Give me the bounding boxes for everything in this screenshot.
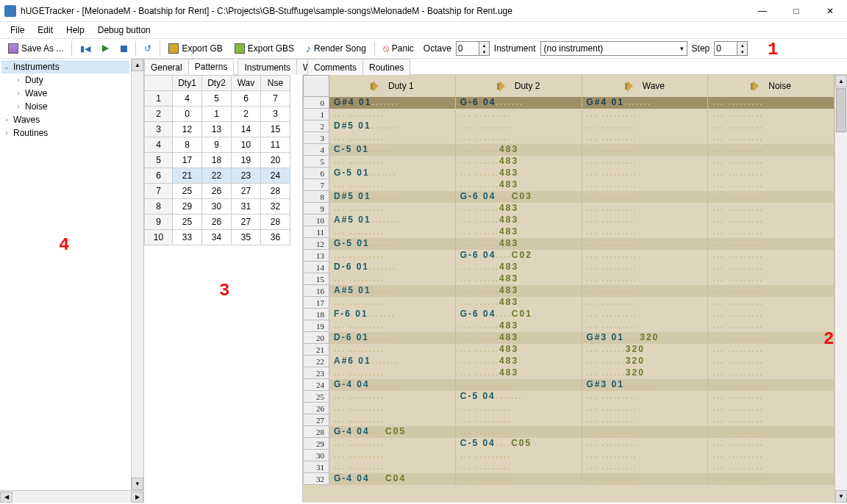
loop-button[interactable]: ↺ xyxy=(139,40,157,57)
order-cell[interactable]: 36 xyxy=(261,230,290,245)
tracker-cell[interactable]: D#5 01....... xyxy=(329,120,456,132)
tree-duty[interactable]: ›Duty xyxy=(1,73,129,87)
tracker-cell[interactable]: G-6 04....C03 xyxy=(456,191,582,203)
tracker-cell[interactable]: ... ......... xyxy=(329,403,456,414)
octave-down[interactable]: ▼ xyxy=(479,48,489,55)
tracker-cell[interactable]: ... ......... xyxy=(708,226,835,238)
tracker-cell[interactable]: ... ......... xyxy=(456,379,582,391)
order-cell[interactable]: 31 xyxy=(232,199,261,215)
order-cell[interactable]: 15 xyxy=(261,122,290,137)
tracker-cell[interactable]: ... ......483 xyxy=(456,156,582,168)
tracker-cell[interactable]: ... ......... xyxy=(582,403,709,414)
tracker-row[interactable]: 24G-4 04.......... .........G#3 01......… xyxy=(303,379,835,391)
order-cell[interactable]: 29 xyxy=(173,199,202,215)
tracker-row[interactable]: 4C-5 01.......... ......483... .........… xyxy=(303,144,835,156)
tracker-cell[interactable]: ... ......... xyxy=(582,461,709,473)
order-cell[interactable]: 28 xyxy=(261,215,290,230)
tracker-cell[interactable]: ... ......... xyxy=(456,461,582,473)
tracker-cell[interactable]: G#4 01....... xyxy=(582,97,709,109)
step-up[interactable]: ▲ xyxy=(737,42,747,48)
tracker-cell[interactable]: ... ......... xyxy=(582,226,709,238)
expand-icon[interactable]: › xyxy=(3,116,10,123)
tracker-row[interactable]: 8D#5 01.......G-6 04....C03... .........… xyxy=(303,191,835,203)
tracker-cell[interactable]: ... ......483 xyxy=(456,273,582,285)
tracker-cell[interactable]: ... ......483 xyxy=(456,203,582,215)
order-cell[interactable]: 13 xyxy=(202,122,232,137)
tracker-cell[interactable]: G-6 04....C01 xyxy=(456,309,582,320)
order-cell[interactable]: 23 xyxy=(232,168,261,184)
tracker-cell[interactable]: ... ......320 xyxy=(582,356,709,367)
maximize-button[interactable]: □ xyxy=(779,0,813,22)
tracker-row[interactable]: 26... ............ ............ ........… xyxy=(303,403,835,414)
tracker-row[interactable]: 6G-5 01.......... ......483... .........… xyxy=(303,168,835,179)
tracker-cell[interactable]: ... ......... xyxy=(582,156,709,168)
tracker-cell[interactable]: ... ......483 xyxy=(456,168,582,179)
order-cell[interactable]: 21 xyxy=(173,168,202,184)
order-cell[interactable]: 6 xyxy=(232,91,261,107)
order-cell[interactable]: 3 xyxy=(145,122,173,137)
tracker-cell[interactable]: G-4 04....C04 xyxy=(329,473,456,485)
tracker-row[interactable]: 10A#5 01.......... ......483... ........… xyxy=(303,215,835,226)
tracker-cell[interactable]: ... ......... xyxy=(582,250,709,262)
tracker-cell[interactable]: D-6 01....... xyxy=(329,262,456,273)
order-cell[interactable]: 17 xyxy=(173,153,202,168)
play-button[interactable] xyxy=(97,40,114,57)
tracker-cell[interactable]: ... ......... xyxy=(582,320,709,332)
tracker-cell[interactable]: C-5 01....... xyxy=(329,144,456,156)
instrument-combo[interactable]: (no instrument)▾ xyxy=(540,41,687,56)
tracker-cell[interactable]: ... ......483 xyxy=(456,332,582,344)
tracker-cell[interactable]: A#5 01....... xyxy=(329,215,456,226)
tracker-cell[interactable]: ... ......... xyxy=(329,391,456,403)
tracker-cell[interactable]: G-5 01....... xyxy=(329,168,456,179)
tracker-cell[interactable]: ... ......483 xyxy=(456,367,582,379)
tracker-cell[interactable]: ... ......... xyxy=(708,250,835,262)
tracker-cell[interactable]: G#3 01....... xyxy=(582,379,709,391)
tracker-cell[interactable]: ... ......... xyxy=(708,120,835,132)
tracker-row[interactable]: 14D-6 01.......... ......483... ........… xyxy=(303,262,835,273)
channel-duty2[interactable]: Duty 2 xyxy=(456,75,582,97)
tracker-cell[interactable]: ... ......483 xyxy=(456,285,582,297)
tracker-cell[interactable]: ... ......... xyxy=(708,273,835,285)
tracker-cell[interactable]: ... ......... xyxy=(456,414,582,426)
tracker-cell[interactable]: ... ......... xyxy=(708,344,835,356)
tracker-cell[interactable]: ... ......... xyxy=(582,438,709,450)
order-cell[interactable]: 1 xyxy=(145,91,173,107)
order-cell[interactable]: 3 xyxy=(261,107,290,122)
tracker-cell[interactable]: ... ......... xyxy=(582,391,709,403)
order-grid[interactable]: Dty1Dty2WavNse14567201233121314154891011… xyxy=(144,75,302,245)
tracker-row[interactable]: 18F-6 01.......G-6 04....C01... ........… xyxy=(303,309,835,320)
tracker-cell[interactable]: ... ......... xyxy=(582,120,709,132)
order-cell[interactable]: 0 xyxy=(173,107,202,122)
tracker-row[interactable]: 17... ............ ......483... ........… xyxy=(303,297,835,309)
order-cell[interactable]: 11 xyxy=(261,137,290,153)
tracker-cell[interactable]: ... ......... xyxy=(582,309,709,320)
order-cell[interactable]: 14 xyxy=(232,122,261,137)
tracker-cell[interactable]: ... ......... xyxy=(582,168,709,179)
order-cell[interactable]: 5 xyxy=(145,153,173,168)
order-cell[interactable]: 6 xyxy=(145,168,173,184)
tracker-cell[interactable]: ... ......... xyxy=(329,203,456,215)
tracker-cell[interactable]: G#4 01....... xyxy=(329,97,456,109)
tracker-rows[interactable]: 0G#4 01.......G-6 04.......G#4 01.......… xyxy=(303,97,835,485)
order-cell[interactable]: 20 xyxy=(261,153,290,168)
scroll-up-button[interactable]: ▲ xyxy=(132,59,143,71)
tab-comments[interactable]: Comments xyxy=(307,59,363,75)
tracker-row[interactable]: 0G#4 01.......G-6 04.......G#4 01.......… xyxy=(303,97,835,109)
tracker-cell[interactable]: ... ......... xyxy=(456,403,582,414)
tracker-cell[interactable]: ... ......483 xyxy=(456,179,582,191)
order-cell[interactable]: 19 xyxy=(232,153,261,168)
tracker-cell[interactable]: D#5 01....... xyxy=(329,191,456,203)
order-cell[interactable]: 26 xyxy=(202,215,232,230)
tracker-cell[interactable]: ... ......... xyxy=(329,461,456,473)
order-cell[interactable]: 8 xyxy=(145,199,173,215)
tracker-cell[interactable]: C-5 04....C05 xyxy=(456,438,582,450)
tracker-row[interactable]: 20D-6 01.......... ......483G#3 01....32… xyxy=(303,332,835,344)
tracker-cell[interactable]: ... ......... xyxy=(708,414,835,426)
tracker-cell[interactable]: ... ......... xyxy=(329,297,456,309)
tracker-cell[interactable]: ... ......... xyxy=(708,203,835,215)
tracker-cell[interactable]: ... ......... xyxy=(708,403,835,414)
panic-button[interactable]: ⦸Panic xyxy=(378,40,419,57)
tracker-cell[interactable]: ... ......320 xyxy=(582,344,709,356)
order-cell[interactable]: 1 xyxy=(202,107,232,122)
tracker-cell[interactable]: ... ......... xyxy=(582,450,709,461)
